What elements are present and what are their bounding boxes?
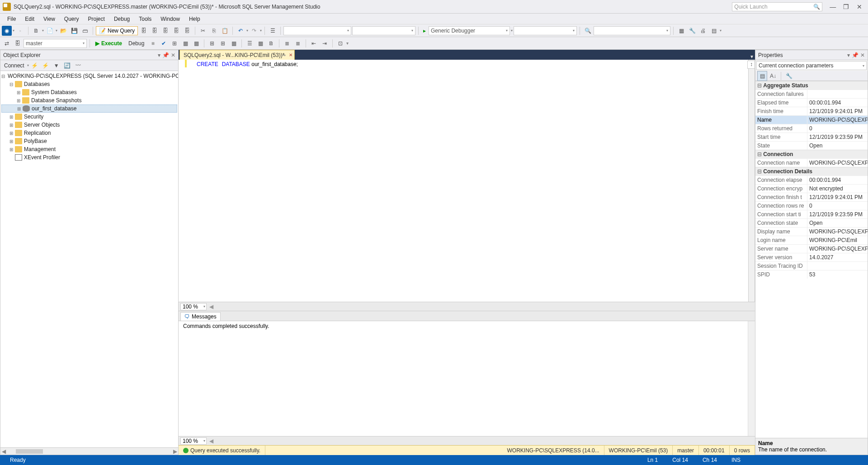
- system-databases-node[interactable]: System Databases: [30, 89, 77, 95]
- properties-grid[interactable]: Aggregate Status Connection failures Ela…: [755, 81, 868, 438]
- cat-connection[interactable]: Connection: [755, 150, 868, 158]
- specify-values-button[interactable]: ⊡: [335, 38, 345, 48]
- include-plan-button[interactable]: ⊞: [207, 38, 217, 48]
- results-to-file-button[interactable]: 🗎: [266, 38, 276, 48]
- categorized-button[interactable]: ▤: [757, 71, 767, 81]
- property-pages-button[interactable]: 🔧: [784, 71, 794, 81]
- as-query-button[interactable]: 🗄: [150, 26, 160, 36]
- sql-editor[interactable]: CREATE DATABASE our_first_database; ↕: [179, 60, 755, 302]
- panel-pin-icon[interactable]: 📌: [852, 52, 859, 58]
- debugger-combo[interactable]: Generic Debugger: [429, 26, 510, 35]
- menu-file[interactable]: File: [3, 15, 20, 23]
- save-button[interactable]: 💾: [69, 26, 79, 36]
- horizontal-scrollbar[interactable]: ◀ ▶: [0, 447, 178, 455]
- close-button[interactable]: ✕: [854, 3, 865, 10]
- polybase-node[interactable]: PolyBase: [23, 138, 47, 144]
- results-to-grid-button[interactable]: ▦: [255, 38, 265, 48]
- comment-button[interactable]: ▦: [676, 26, 686, 36]
- mdx-query-button[interactable]: 🗄: [160, 26, 170, 36]
- prop-name-row[interactable]: NameWORKING-PC\SQLEXPR: [755, 115, 868, 124]
- results-to-text-button[interactable]: ☰: [245, 38, 255, 48]
- pulse-icon[interactable]: 〰: [73, 61, 83, 71]
- nav-fwd-button[interactable]: ◦: [15, 26, 25, 36]
- panel-close-icon[interactable]: ✕: [171, 52, 175, 58]
- panel-close-icon[interactable]: ✕: [860, 52, 865, 58]
- decrease-indent-button[interactable]: ⇤: [309, 38, 319, 48]
- menu-query[interactable]: Query: [60, 15, 84, 23]
- solution-platform-combo[interactable]: [352, 26, 415, 35]
- execute-button[interactable]: ▶ Execute: [93, 39, 125, 47]
- our-first-database-node[interactable]: our_first_database: [31, 105, 76, 112]
- debugger-target-combo[interactable]: [514, 26, 577, 35]
- menu-project[interactable]: Project: [84, 15, 109, 23]
- dmx-query-button[interactable]: 🗄: [171, 26, 181, 36]
- disconnect-button[interactable]: ⚡: [30, 61, 40, 71]
- sql-file-tab[interactable]: SQLQuery2.sql - W...KING-PC\Emil (53))* …: [179, 50, 295, 60]
- quick-launch-input[interactable]: Quick Launch 🔍: [732, 2, 822, 11]
- live-stats-button[interactable]: ⊞: [218, 38, 228, 48]
- new-item-button[interactable]: 📄: [45, 26, 55, 36]
- cat-connection-details[interactable]: Connection Details: [755, 167, 868, 176]
- grid-button[interactable]: ▤: [709, 26, 719, 36]
- properties-button[interactable]: ☰: [268, 26, 278, 36]
- minimize-button[interactable]: —: [827, 3, 839, 10]
- database-snapshots-node[interactable]: Database Snapshots: [30, 97, 81, 104]
- new-query-button[interactable]: 📝 New Query: [96, 26, 138, 35]
- messages-output[interactable]: Commands completed successfully.: [179, 321, 755, 436]
- menu-edit[interactable]: Edit: [20, 15, 39, 23]
- menu-view[interactable]: View: [39, 15, 60, 23]
- filter-button[interactable]: ▼: [52, 61, 61, 71]
- split-icon[interactable]: ↕: [747, 61, 755, 69]
- cut-button[interactable]: ✂: [198, 26, 208, 36]
- pin-tab-icon[interactable]: ⊸: [281, 52, 286, 58]
- maximize-button[interactable]: ❐: [840, 3, 852, 10]
- xevent-profiler-node[interactable]: XEvent Profiler: [23, 154, 60, 161]
- security-node[interactable]: Security: [23, 114, 43, 120]
- menu-debug[interactable]: Debug: [109, 15, 134, 23]
- stop-button[interactable]: ■: [148, 38, 158, 48]
- replication-node[interactable]: Replication: [23, 130, 51, 136]
- databases-node[interactable]: Databases: [23, 81, 50, 87]
- wrench-button[interactable]: 🔧: [687, 26, 697, 36]
- copy-button[interactable]: ⎘: [209, 26, 219, 36]
- connect-button[interactable]: Connect: [2, 62, 26, 69]
- debug-button[interactable]: Debug: [126, 40, 147, 47]
- properties-object-combo[interactable]: Current connection parameters: [756, 61, 867, 70]
- alphabetical-button[interactable]: A↓: [768, 71, 778, 81]
- db-query-button[interactable]: 🗄: [139, 26, 149, 36]
- panel-dropdown-icon[interactable]: ▾: [158, 52, 160, 58]
- find-button[interactable]: 🔍: [583, 26, 593, 36]
- paste-button[interactable]: 📋: [220, 26, 230, 36]
- menu-tools[interactable]: Tools: [134, 15, 156, 23]
- messages-scrollbar[interactable]: [748, 321, 755, 436]
- change-connection-button[interactable]: ⇄: [2, 38, 12, 48]
- solution-config-combo[interactable]: [283, 26, 351, 35]
- redo-button[interactable]: ↷: [249, 26, 259, 36]
- intellisense-button[interactable]: ▦: [191, 38, 201, 48]
- database-combo[interactable]: master: [24, 39, 87, 48]
- new-project-button[interactable]: 🗎: [31, 26, 41, 36]
- xmla-query-button[interactable]: 🗄: [182, 26, 192, 36]
- find-combo[interactable]: [594, 26, 670, 35]
- client-stats-button[interactable]: ▦: [229, 38, 239, 48]
- server-node[interactable]: WORKING-PC\SQLEXPRESS (SQL Server 14.0.2…: [7, 73, 178, 79]
- estimated-plan-button[interactable]: ⊞: [170, 38, 179, 48]
- toolbox-button[interactable]: 🖨: [698, 26, 708, 36]
- tab-overflow-icon[interactable]: ▾: [750, 53, 753, 60]
- query-options-button[interactable]: ▦: [180, 38, 190, 48]
- close-tab-icon[interactable]: ✕: [289, 52, 292, 57]
- undo-button[interactable]: ↶: [236, 26, 245, 36]
- object-tree[interactable]: ⊟WORKING-PC\SQLEXPRESS (SQL Server 14.0.…: [0, 71, 178, 447]
- save-all-button[interactable]: 🗃: [80, 26, 90, 36]
- refresh-button[interactable]: 🔄: [62, 61, 72, 71]
- panel-dropdown-icon[interactable]: ▾: [847, 52, 850, 58]
- comment-out-button[interactable]: ≣: [282, 38, 292, 48]
- panel-pin-icon[interactable]: 📌: [162, 52, 169, 58]
- parse-button[interactable]: ✔: [159, 38, 169, 48]
- increase-indent-button[interactable]: ⇥: [320, 38, 330, 48]
- editor-zoom-combo[interactable]: 100 %: [180, 303, 207, 310]
- stop-connect-button[interactable]: ⚡: [41, 61, 51, 71]
- management-node[interactable]: Management: [23, 146, 56, 152]
- menu-window[interactable]: Window: [156, 15, 184, 23]
- cat-aggregate[interactable]: Aggregate Status: [755, 81, 868, 90]
